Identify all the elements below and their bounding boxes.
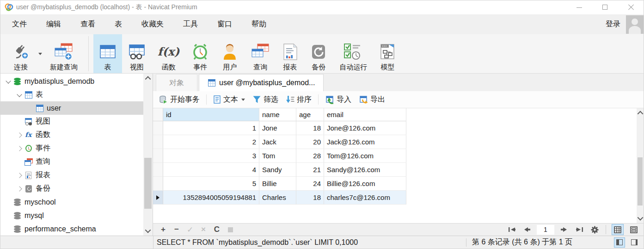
cell-id[interactable]: 4 (163, 163, 259, 177)
row-marker[interactable] (153, 177, 163, 191)
expand-chevron[interactable] (15, 118, 25, 125)
tree-item[interactable]: myschool (0, 195, 143, 209)
cell-age[interactable]: 28 (296, 149, 324, 163)
cell-age[interactable]: 21 (296, 163, 324, 177)
cell-name[interactable]: Sandy (259, 163, 296, 177)
column-header-email[interactable]: email (324, 108, 406, 121)
reports-button[interactable]: 报表 (276, 34, 304, 73)
previous-page-icon[interactable] (521, 225, 533, 234)
text-button[interactable]: 文本 (210, 93, 248, 106)
discard-changes-icon[interactable]: × (198, 224, 209, 235)
expand-chevron[interactable] (15, 185, 25, 193)
minimize-icon[interactable] (576, 4, 583, 11)
refresh-icon[interactable]: C (211, 224, 222, 235)
cell-age[interactable]: 24 (296, 177, 324, 191)
export-button[interactable]: 导出 (356, 93, 388, 106)
menu-item[interactable]: 查看 (71, 14, 105, 34)
new-query-button[interactable]: 新建查询 (44, 34, 84, 73)
stop-icon[interactable] (225, 224, 236, 235)
table-row[interactable]: 5 Billie 24 Billie@126.com (153, 177, 406, 191)
begin-transaction-button[interactable]: 开始事务 (156, 93, 203, 106)
cell-name[interactable]: Billie (259, 177, 296, 191)
expand-chevron[interactable] (26, 105, 36, 112)
cell-id[interactable]: 5 (163, 177, 259, 191)
maximize-icon[interactable] (602, 4, 608, 11)
cell-id[interactable]: 1 (163, 121, 259, 135)
row-marker[interactable] (153, 163, 163, 177)
filter-button[interactable]: 筛选 (249, 93, 282, 106)
column-header-age[interactable]: age (296, 108, 324, 121)
scrollbar-thumb[interactable] (144, 158, 152, 209)
cell-name[interactable]: Tom (259, 149, 296, 163)
row-marker[interactable] (153, 191, 163, 205)
scroll-down-icon[interactable] (143, 226, 153, 236)
tree-item[interactable]: user (0, 101, 143, 115)
expand-chevron[interactable] (15, 91, 25, 99)
page-number-input[interactable]: 1 (537, 225, 554, 235)
table-row[interactable]: 3 Tom 28 Tom@126.com (153, 149, 406, 163)
first-page-icon[interactable] (506, 225, 517, 234)
cell-email[interactable]: Billie@126.com (324, 177, 406, 191)
settings-gear-icon[interactable] (589, 225, 600, 234)
grid-view-button[interactable] (612, 224, 624, 235)
user-avatar[interactable] (626, 15, 644, 34)
tree-item[interactable]: 视图 (0, 115, 143, 128)
tree-item[interactable]: 事件 (0, 142, 143, 155)
tree-item[interactable]: 备份 (0, 182, 143, 195)
sort-button[interactable]: 排序 (282, 93, 315, 106)
table-row[interactable]: 1 Jone 18 Jone@126.com (153, 121, 406, 135)
expand-chevron[interactable] (4, 199, 13, 206)
delete-record-icon[interactable]: − (171, 224, 182, 235)
expand-chevron[interactable] (15, 172, 25, 179)
menu-item[interactable]: 窗口 (208, 14, 242, 34)
cell-id[interactable]: 3 (163, 149, 259, 163)
cell-id[interactable]: 1352894005059194881 (163, 191, 259, 205)
cell-id[interactable]: 2 (163, 135, 259, 149)
cell-name[interactable]: Jack (259, 135, 296, 149)
expand-chevron[interactable] (4, 212, 13, 219)
row-marker[interactable] (153, 135, 163, 149)
expand-chevron[interactable] (15, 145, 25, 152)
show-right-pane-button[interactable] (629, 237, 640, 248)
row-marker[interactable] (153, 149, 163, 163)
table-row[interactable]: 1352894005059194881 Charles 18 charles7c… (153, 191, 406, 205)
column-header-name[interactable]: name (259, 108, 296, 121)
cell-email[interactable]: charles7c@126.com (324, 191, 406, 205)
login-button[interactable]: 登录 (606, 19, 620, 29)
menu-item[interactable]: 表 (105, 14, 132, 34)
automation-button[interactable]: 自动运行 (333, 34, 373, 73)
menu-item[interactable]: 收藏夹 (132, 14, 173, 34)
model-button[interactable]: 模型 (373, 34, 402, 73)
events-button[interactable]: 事件 (185, 34, 215, 73)
cell-email[interactable]: Jack@126.com (324, 135, 406, 149)
tab-user-table[interactable]: user @mybatisplus_demod... (199, 74, 324, 91)
tree-item[interactable]: performance_schema (0, 222, 143, 236)
apply-changes-icon[interactable]: ✓ (184, 224, 196, 235)
tables-button[interactable]: 表 (93, 34, 122, 73)
tree-item[interactable]: 表 (0, 88, 143, 101)
sidebar-scrollbar[interactable] (143, 74, 153, 236)
backup-button[interactable]: 备份 (304, 34, 333, 73)
connect-button[interactable]: 连接 (5, 34, 37, 73)
scrollbar-thumb[interactable] (638, 157, 643, 205)
menu-item[interactable]: 编辑 (37, 14, 71, 34)
row-marker[interactable] (153, 121, 163, 135)
expand-chevron[interactable] (4, 78, 13, 85)
cell-age[interactable]: 20 (296, 135, 324, 149)
cell-name[interactable]: Jone (259, 121, 296, 135)
grid-scrollbar[interactable] (637, 108, 644, 223)
tab-objects[interactable]: 对象 (156, 74, 197, 91)
import-button[interactable]: 导入 (322, 93, 355, 106)
views-button[interactable]: 视图 (122, 34, 152, 73)
scroll-up-icon[interactable] (637, 108, 644, 118)
expand-chevron[interactable] (15, 131, 25, 139)
cell-name[interactable]: Charles (259, 191, 296, 205)
users-button[interactable]: 用户 (215, 34, 245, 73)
functions-button[interactable]: 函数 (152, 34, 185, 73)
expand-chevron[interactable] (15, 158, 25, 166)
connect-dropdown-icon[interactable] (38, 53, 42, 55)
text-dropdown-icon[interactable] (241, 99, 245, 101)
cell-email[interactable]: Tom@126.com (324, 149, 406, 163)
last-page-icon[interactable] (574, 225, 585, 234)
show-left-pane-button[interactable] (614, 237, 625, 248)
